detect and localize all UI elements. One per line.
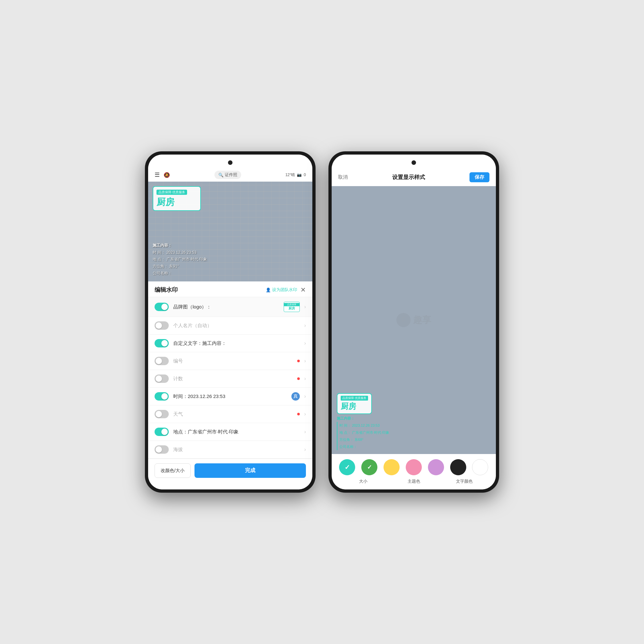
text-color-label: 文字颜色 — [439, 478, 489, 484]
watermark-item-custom[interactable]: 自定义文字：施工内容： › — [148, 335, 312, 352]
preview-time-label: 时 间： — [339, 423, 351, 427]
toggle-count[interactable] — [155, 374, 169, 383]
color-teal[interactable] — [339, 459, 355, 475]
search-pill[interactable]: 🔍 证件照 — [214, 171, 241, 179]
cancel-button[interactable]: 取消 — [338, 174, 348, 180]
time-label: 时 间： — [153, 250, 165, 255]
toggle-custom[interactable] — [155, 339, 169, 347]
edit-panel-header: 编辑水印 👤 设为团队水印 ✕ — [148, 281, 312, 297]
save-button[interactable]: 保存 — [469, 172, 489, 182]
item-preview-logo: 品质保障 厨房 — [284, 302, 300, 312]
watermark-item-location[interactable]: 地点：广东省广州市·时代·印象 › — [148, 423, 312, 441]
left-phone: ☰ 🔕 🔍 证件照 12°晴 📷 0 品质保障·优质服务 厨房 — [145, 151, 316, 493]
chevron-icon: › — [304, 340, 306, 346]
watermark-item-time[interactable]: 时间：2023.12.26 23:53 真 › — [148, 388, 312, 405]
search-text: 证件照 — [225, 172, 237, 178]
preview-company-label: 公司名称： — [339, 445, 357, 449]
toggle-number[interactable] — [155, 357, 169, 365]
item-label-time: 时间：2023.12.26 23:53 — [173, 393, 287, 400]
watermark-item-count[interactable]: 计数 › — [148, 370, 312, 388]
done-button[interactable]: 完成 — [194, 463, 306, 478]
color-yellow[interactable] — [384, 459, 400, 475]
watermark-item-weather[interactable]: 天气 › — [148, 405, 312, 423]
search-icon: 🔍 — [218, 173, 223, 177]
chevron-icon: › — [304, 429, 306, 435]
color-labels: 大小 主题色 文字颜色 — [338, 478, 489, 484]
item-label-custom: 自定义文字：施工内容： — [173, 340, 300, 346]
watermark-item-altitude[interactable]: 海拔 › — [148, 441, 312, 459]
red-dot-count — [297, 377, 300, 380]
watermark-info: 施工内容： 时 间： 2023.12.26 23:53 地 点： 广东省广州市·… — [153, 242, 207, 277]
color-white[interactable] — [472, 459, 488, 475]
toggle-altitude[interactable] — [155, 445, 169, 454]
watermark-item-logo[interactable]: 品牌图（logo）： 品质保障 厨房 › — [148, 297, 312, 317]
color-black[interactable] — [450, 459, 466, 475]
preview-direction-row: 方位角： 东68° — [339, 436, 491, 443]
toggle-location[interactable] — [155, 428, 169, 436]
close-button[interactable]: ✕ — [300, 286, 306, 294]
watermark-title: 厨房 — [156, 196, 197, 208]
preview-place-row: 地 点： 广东省广州市·时代·印象 — [339, 429, 491, 436]
color-circles: ✓ — [338, 459, 489, 475]
direction-label: 方位角： — [153, 264, 168, 269]
team-watermark-btn[interactable]: 👤 设为团队水印 — [266, 287, 297, 293]
watermark-item-card[interactable]: 个人名片（自动） › — [148, 317, 312, 335]
chevron-icon: › — [304, 358, 306, 364]
edit-panel: 编辑水印 👤 设为团队水印 ✕ 品牌图（logo）： 品质保障 — [148, 281, 312, 489]
preview-section-label: 施工内容： — [337, 416, 491, 421]
preview-direction-value: 东68° — [355, 438, 364, 441]
camera-dot-right — [412, 160, 416, 165]
item-label-number: 编号 — [173, 358, 293, 364]
right-header: 取消 设置显示样式 保存 — [332, 155, 496, 186]
preview-title: 厨房 — [341, 401, 368, 412]
toggle-weather[interactable] — [155, 410, 169, 418]
preview-company-row: 公司名称： — [339, 443, 491, 450]
camera-count: 0 — [304, 173, 306, 177]
chevron-icon: › — [304, 411, 306, 417]
preview-direction-label: 方位角： — [339, 438, 354, 441]
watermark-card: 品质保障·优质服务 厨房 — [153, 186, 201, 211]
direction-value: 东91° — [169, 264, 179, 269]
logo-text: 趣享 — [413, 314, 431, 326]
chevron-icon: › — [304, 393, 306, 399]
place-label: 地 点： — [153, 257, 165, 261]
preview-place-label: 地 点： — [339, 431, 351, 434]
chevron-icon: › — [304, 447, 306, 452]
watermark-item-number[interactable]: 编号 › — [148, 352, 312, 370]
color-green[interactable]: ✓ — [361, 459, 377, 475]
chevron-icon: › — [304, 376, 306, 382]
preview-time-value: 2023.12.26 23:53 — [352, 423, 380, 427]
item-label-count: 计数 — [173, 376, 293, 382]
place-value: 广东省广州市·时代·印象 — [166, 257, 207, 261]
hamburger-icon[interactable]: ☰ — [155, 171, 160, 178]
preview-time-row: 时 间： 2023.12.26 23:53 — [339, 422, 491, 429]
company-label: 公司名称： — [153, 271, 172, 275]
preview-badge: 品质保障·优质服务 — [341, 396, 368, 401]
toggle-card[interactable] — [155, 321, 169, 330]
color-purple[interactable] — [428, 459, 444, 475]
time-value: 2023.12.26 23:53 — [166, 250, 196, 255]
item-label-weather: 天气 — [173, 411, 293, 417]
toggle-logo[interactable] — [155, 303, 169, 311]
logo-circle: F — [396, 313, 411, 327]
status-bar: ☰ 🔕 🔍 证件照 12°晴 📷 0 — [148, 155, 312, 182]
red-dot-number — [297, 360, 300, 362]
color-bar: ✓ 大小 主题色 文字颜色 — [332, 454, 496, 489]
notification-icon[interactable]: 🔕 — [164, 172, 170, 178]
preview-place-value: 广东省广州市·时代·印象 — [352, 431, 389, 434]
size-label: 大小 — [338, 478, 389, 484]
toggle-time[interactable] — [155, 392, 169, 401]
chevron-icon: › — [304, 323, 306, 328]
section-label: 施工内容： — [153, 243, 172, 248]
theme-color-label: 主题色 — [389, 478, 439, 484]
team-icon: 👤 — [266, 288, 271, 292]
right-phone: 取消 设置显示样式 保存 F 趣享 — [328, 151, 499, 493]
photo-preview: 品质保障·优质服务 厨房 施工内容： 时 间： 2023.12.26 23:53… — [148, 182, 312, 281]
color-pink[interactable] — [406, 459, 422, 475]
color-size-button[interactable]: 改颜色/大小 — [155, 463, 191, 478]
red-dot-weather — [297, 413, 300, 415]
item-label-location: 地点：广东省广州市·时代·印象 — [173, 429, 300, 435]
edit-panel-title: 编辑水印 — [155, 286, 178, 294]
team-label: 设为团队水印 — [272, 287, 297, 293]
item-label-card: 个人名片（自动） — [173, 323, 300, 329]
